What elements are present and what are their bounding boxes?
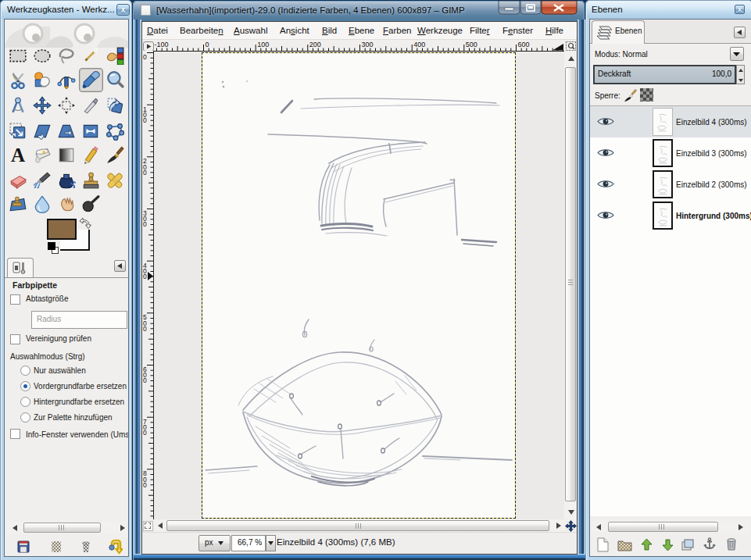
svg-text:300: 300: [362, 41, 374, 48]
svg-text:0: 0: [143, 273, 147, 280]
svg-text:0: 0: [143, 376, 147, 384]
svg-text:400: 400: [413, 41, 425, 48]
svg-text:0: 0: [143, 325, 147, 333]
svg-text:0: 0: [143, 220, 147, 228]
svg-text:600: 600: [518, 41, 530, 48]
svg-text:200: 200: [309, 41, 321, 48]
svg-text:-100: -100: [155, 41, 169, 48]
svg-text:0: 0: [143, 169, 147, 177]
svg-text:500: 500: [466, 41, 477, 48]
svg-text:100: 100: [257, 41, 269, 48]
svg-text:0: 0: [143, 429, 147, 437]
svg-text:0: 0: [206, 41, 209, 48]
svg-text:0: 0: [143, 481, 147, 489]
svg-text:0: 0: [143, 53, 147, 61]
svg-text:A: A: [11, 145, 25, 164]
svg-text:0: 0: [143, 116, 147, 124]
